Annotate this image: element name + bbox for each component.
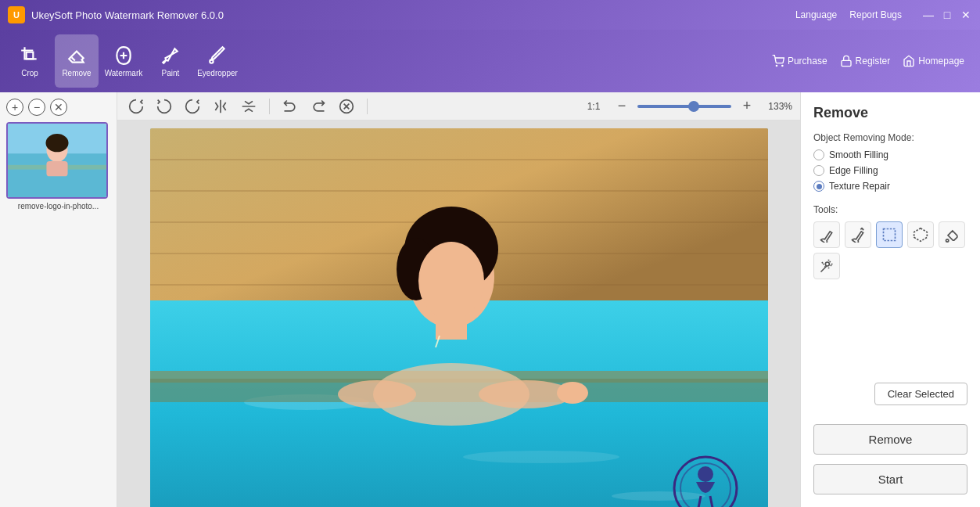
crop-tool-button[interactable]: Crop xyxy=(8,34,52,88)
brush-tool-button[interactable] xyxy=(813,221,840,248)
main-toolbar: Crop Remove Watermark Paint Eyedropper xyxy=(0,30,980,92)
smooth-filling-radio[interactable] xyxy=(813,149,824,160)
title-bar-right: Language Report Bugs — □ ✕ xyxy=(795,9,972,21)
clear-selected-button[interactable]: Clear Selected xyxy=(874,383,967,405)
svg-point-10 xyxy=(45,134,68,152)
remove-tool-button[interactable]: Remove xyxy=(55,34,99,88)
minimize-button[interactable]: — xyxy=(922,9,935,21)
tool-cancel[interactable] xyxy=(336,95,357,117)
tool-undo[interactable] xyxy=(279,95,301,117)
zoom-fit-label[interactable]: 1:1 xyxy=(581,101,606,112)
window-controls: — □ ✕ xyxy=(922,9,972,21)
svg-rect-0 xyxy=(27,52,34,59)
right-panel: Remove Object Removing Mode: Smooth Fill… xyxy=(800,92,980,507)
tools-label: Tools: xyxy=(813,204,967,215)
svg-point-2 xyxy=(776,65,777,66)
canvas-area: 1:1 − + 133% xyxy=(117,92,800,507)
svg-rect-43 xyxy=(884,229,896,241)
magic-wand-button[interactable] xyxy=(813,253,840,279)
maximize-button[interactable]: □ xyxy=(941,9,953,21)
nav-links: Purchase Register Homepage xyxy=(772,55,964,67)
tool-rotate-group[interactable] xyxy=(125,95,147,117)
start-button[interactable]: Start xyxy=(813,464,967,494)
file-panel: + − ✕ r xyxy=(0,92,117,507)
canvas-image xyxy=(150,128,768,507)
tool-rotate-left[interactable] xyxy=(153,95,175,117)
fill-tool-button[interactable] xyxy=(939,221,965,248)
svg-marker-44 xyxy=(914,228,928,242)
report-bugs-link[interactable]: Report Bugs xyxy=(849,9,902,20)
main-content: + − ✕ r xyxy=(0,92,980,507)
zoom-in-button[interactable]: + xyxy=(736,95,758,117)
svg-point-3 xyxy=(782,65,783,66)
purchase-link[interactable]: Purchase xyxy=(772,55,827,67)
zoom-slider-thumb[interactable] xyxy=(688,101,699,112)
rect-select-button[interactable] xyxy=(876,221,903,248)
svg-point-24 xyxy=(463,451,619,463)
edge-filling-label: Edge Filling xyxy=(829,165,878,176)
object-removing-mode-label: Object Removing Mode: xyxy=(813,132,967,143)
smooth-filling-label: Smooth Filling xyxy=(829,149,888,160)
canvas-toolbar: 1:1 − + 133% xyxy=(117,92,800,120)
file-thumbnail[interactable] xyxy=(6,122,108,199)
tool-flip-v[interactable] xyxy=(238,95,260,117)
svg-point-36 xyxy=(557,382,588,404)
svg-point-31 xyxy=(418,242,484,320)
register-link[interactable]: Register xyxy=(840,55,891,67)
remove-file-button[interactable]: − xyxy=(28,99,45,116)
smooth-filling-option[interactable]: Smooth Filling xyxy=(813,149,967,160)
file-panel-controls: + − ✕ xyxy=(6,99,110,116)
polygon-select-button[interactable] xyxy=(907,221,934,248)
close-button[interactable]: ✕ xyxy=(960,9,972,21)
zoom-slider[interactable] xyxy=(637,105,731,108)
app-title: UkeySoft Photo Watermark Remover 6.0.0 xyxy=(31,9,795,21)
app-logo: U xyxy=(8,6,25,23)
homepage-link[interactable]: Homepage xyxy=(903,55,964,67)
zoom-out-button[interactable]: − xyxy=(611,95,633,117)
texture-repair-option[interactable]: Texture Repair xyxy=(813,181,967,192)
add-file-button[interactable]: + xyxy=(6,99,23,116)
thumbnail-image xyxy=(8,124,106,197)
svg-point-25 xyxy=(612,491,705,501)
svg-point-1 xyxy=(210,59,213,63)
paint-tool-button[interactable]: Paint xyxy=(149,34,192,88)
eyedropper-tool-button[interactable]: Eyedropper xyxy=(196,34,239,88)
texture-repair-label: Texture Repair xyxy=(829,181,890,192)
tools-grid xyxy=(813,221,967,279)
watermark-tool-button[interactable]: Watermark xyxy=(102,34,145,88)
tool-rotate-right[interactable] xyxy=(181,95,203,117)
svg-point-45 xyxy=(825,262,829,266)
texture-repair-radio[interactable] xyxy=(813,181,824,192)
removing-mode-group: Smooth Filling Edge Filling Texture Repa… xyxy=(813,149,967,192)
thumbnail-label: remove-logo-in-photo... xyxy=(6,202,110,210)
tool-redo[interactable] xyxy=(307,95,329,117)
edge-filling-radio[interactable] xyxy=(813,165,824,176)
edge-filling-option[interactable]: Edge Filling xyxy=(813,165,967,176)
svg-point-40 xyxy=(698,466,713,482)
svg-rect-32 xyxy=(436,316,467,340)
svg-rect-4 xyxy=(842,60,851,66)
close-file-button[interactable]: ✕ xyxy=(50,99,67,116)
remove-button[interactable]: Remove xyxy=(813,424,967,455)
tool-flip-h[interactable] xyxy=(210,95,232,117)
language-link[interactable]: Language xyxy=(795,9,837,20)
svg-point-35 xyxy=(338,380,416,408)
svg-rect-9 xyxy=(46,161,67,176)
smart-brush-button[interactable] xyxy=(845,221,871,248)
zoom-percent-label: 133% xyxy=(763,101,792,112)
tools-section: Tools: xyxy=(813,204,967,279)
toolbar-divider-2 xyxy=(367,99,368,114)
toolbar-divider-1 xyxy=(269,99,270,114)
title-bar: U UkeySoft Photo Watermark Remover 6.0.0… xyxy=(0,0,980,30)
zoom-section: 1:1 − + 133% xyxy=(581,95,792,117)
canvas-wrapper[interactable] xyxy=(117,120,800,507)
panel-title: Remove xyxy=(813,105,967,121)
